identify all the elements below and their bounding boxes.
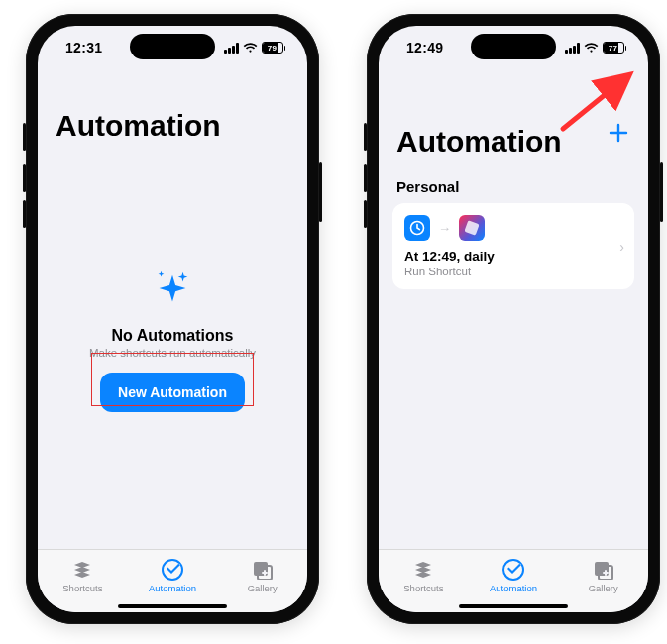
screen-right: 12:49 77 Automation Personal <box>379 26 648 612</box>
automation-row[interactable]: → At 12:49, daily Run Shortcut › <box>392 203 634 289</box>
automation-icon <box>501 559 525 581</box>
wifi-icon <box>584 43 599 54</box>
gallery-icon <box>251 559 275 581</box>
content-area: Automation Personal → At 12:49, daily Ru… <box>379 69 648 549</box>
add-button[interactable] <box>605 119 632 147</box>
phone-frame-left: 12:31 79 Automation <box>26 14 319 624</box>
home-indicator <box>118 604 227 608</box>
tab-shortcuts-label: Shortcuts <box>62 583 102 593</box>
tab-bar: Shortcuts Automation Gallery <box>379 549 648 612</box>
dynamic-island <box>130 34 215 59</box>
status-right: 77 <box>565 42 626 54</box>
new-automation-button[interactable]: New Automation <box>100 373 245 412</box>
page-title: Automation <box>38 69 307 153</box>
tab-bar: Shortcuts Automation Gallery <box>38 549 307 612</box>
tab-shortcuts[interactable]: Shortcuts <box>379 550 469 602</box>
status-time: 12:49 <box>406 40 443 55</box>
clock-icon <box>404 215 430 241</box>
tab-shortcuts[interactable]: Shortcuts <box>38 550 128 602</box>
battery-icon: 79 <box>262 42 286 54</box>
plus-icon <box>608 122 629 144</box>
chevron-right-icon: › <box>619 239 624 255</box>
empty-heading: No Automations <box>112 327 234 345</box>
arrow-right-icon: → <box>438 221 451 236</box>
shortcut-app-icon <box>459 215 485 241</box>
screen-left: 12:31 79 Automation <box>38 26 307 612</box>
shortcuts-icon <box>411 559 435 581</box>
automation-row-icons: → <box>404 215 622 241</box>
phone-frame-right: 12:49 77 Automation Personal <box>367 14 660 624</box>
empty-subtitle: Make shortcuts run automatically <box>89 347 256 359</box>
shortcuts-icon <box>70 559 94 581</box>
tab-gallery-label: Gallery <box>589 583 618 593</box>
cellular-icon <box>224 43 239 54</box>
sparkle-icon <box>150 268 195 313</box>
status-right: 79 <box>224 42 285 54</box>
battery-icon: 77 <box>603 42 627 54</box>
content-area: Automation No Automations Make shortcuts… <box>38 69 307 549</box>
wifi-icon <box>243 43 258 54</box>
tab-shortcuts-label: Shortcuts <box>403 583 443 593</box>
tab-automation[interactable]: Automation <box>469 550 559 602</box>
empty-state: No Automations Make shortcuts run automa… <box>38 268 307 412</box>
tab-gallery[interactable]: Gallery <box>217 550 307 602</box>
gallery-icon <box>592 559 615 581</box>
tab-gallery-label: Gallery <box>248 583 278 593</box>
home-indicator <box>459 604 568 608</box>
status-time: 12:31 <box>65 40 102 55</box>
dynamic-island <box>471 34 556 59</box>
tab-automation-label: Automation <box>490 583 537 593</box>
automation-row-title: At 12:49, daily <box>404 249 622 264</box>
cellular-icon <box>565 43 580 54</box>
section-header-personal: Personal <box>379 168 648 203</box>
tab-automation-label: Automation <box>149 583 196 593</box>
automation-row-subtitle: Run Shortcut <box>404 266 622 277</box>
tab-gallery[interactable]: Gallery <box>558 550 648 602</box>
tab-automation[interactable]: Automation <box>128 550 218 602</box>
automation-icon <box>161 559 184 581</box>
